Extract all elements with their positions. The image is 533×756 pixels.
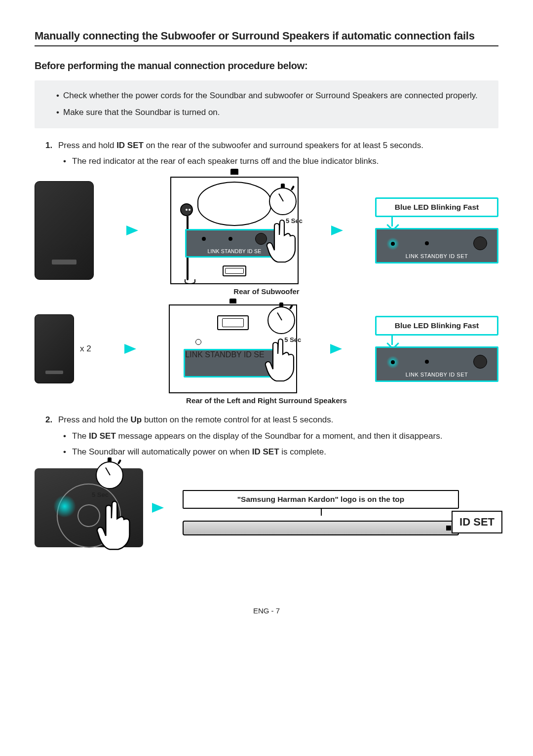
arrow-icon [331,226,343,235]
step-number: 1. [45,139,52,152]
port-icon [217,315,249,330]
stopwatch-icon [269,188,297,215]
cover-plate-icon [223,265,246,276]
stopwatch-icon [267,306,295,334]
soundbar-callout: "Samsung Harman Kardon" logo is on the t… [183,490,459,509]
section-subtitle: Before performing the manual connection … [35,60,498,72]
stopwatch-icon [96,461,123,489]
quantity-label: x 2 [80,344,91,354]
top-plug-icon [228,299,238,305]
id-set-button-icon [473,236,487,250]
note-item: Make sure that the Soundbar is turned on… [56,106,488,119]
step-number: 2. [45,414,52,426]
result-block: Blue LED Blinking Fast LINK STANDBY ID S… [375,197,498,264]
blue-led-callout: Blue LED Blinking Fast [375,316,498,336]
step-text: Press and hold the [58,415,130,424]
soundbar-icon [183,521,459,535]
step-text: on the rear of the subwoofer and surroun… [144,141,423,150]
diagram-caption: Rear of the Left and Right Surround Spea… [35,396,498,405]
section-title: Manually connecting the Subwoofer or Sur… [35,30,498,46]
blue-led-glow-icon [386,356,399,369]
diagram-remote-row: 5 Sec "Samsung Harman Kardon" logo is on… [35,468,498,547]
note-box: Check whether the power cords for the So… [35,80,498,128]
id-set-button-icon [473,355,487,369]
arrow-icon [152,503,164,513]
arrow-icon [126,226,138,235]
led-panel-result: LINK STANDBY ID SET [375,228,498,264]
idset-display: ID SET [452,511,502,533]
diagram-subwoofer-row: LINK STANDBY ID SE 5 Sec Blue LED Blinki… [35,177,498,284]
remote-control-illustration: 5 Sec [35,468,143,547]
soundbar-illustration: "Samsung Harman Kardon" logo is on the t… [173,480,498,535]
surround-rear-panel: LINK STANDBY ID SE 5 Sec [169,304,297,393]
arrow-icon [124,344,136,354]
diagram-surround-row: x 2 LINK STANDBY ID SE 5 Sec Blue LED Bl… [35,304,498,393]
top-plug-icon [228,169,241,178]
blue-led-glow-icon [386,237,399,250]
finger-press-icon [266,217,301,265]
step-2: 2. Press and hold the Up button on the r… [45,414,498,458]
led-labels: LINK STANDBY ID SET [377,372,497,378]
page-number: ENG - 7 [35,606,498,615]
stopwatch-label: 5 Sec [92,491,109,498]
step-1: 1. Press and hold ID SET on the rear of … [45,139,498,168]
finger-press-icon [265,336,299,383]
finger-press-icon [94,498,138,552]
step-bold: ID SET [116,141,144,150]
mount-hole-icon [195,339,201,345]
led-panel-result: LINK STANDBY ID SET [375,346,498,382]
blue-led-callout: Blue LED Blinking Fast [375,197,498,217]
led-labels: LINK STANDBY ID SET [377,253,497,259]
result-block: Blue LED Blinking Fast LINK STANDBY ID S… [375,316,498,382]
diagram-caption: Rear of Subwoofer [35,287,498,296]
note-item: Check whether the power cords for the So… [56,89,488,102]
step-text: Press and hold [58,141,116,150]
surround-speaker-photo [35,314,74,383]
step-text: button on the remote control for at leas… [142,415,333,424]
arrow-icon [330,344,342,354]
step-sub: The red indicator at the rear of each sp… [63,155,498,168]
subwoofer-rear-panel: LINK STANDBY ID SE 5 Sec [170,177,299,284]
step-bold: Up [130,415,142,424]
step-sub: The Soundbar will automatically power on… [63,446,498,458]
step-sub: The ID SET message appears on the displa… [63,430,498,443]
subwoofer-photo [35,181,94,280]
